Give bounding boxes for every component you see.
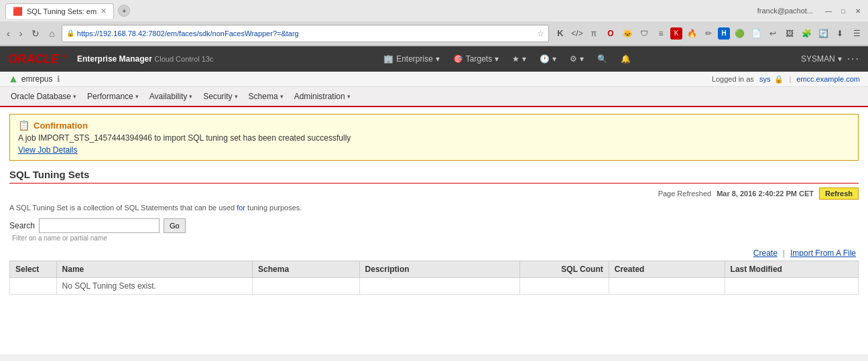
search-input[interactable] — [39, 218, 160, 233]
ext-h-icon[interactable]: H — [718, 27, 730, 40]
toolbar-separator: | — [783, 248, 785, 258]
oracle-database-menu[interactable]: Oracle Database ▾ — [5, 89, 82, 104]
schema-menu[interactable]: Schema ▾ — [243, 89, 289, 104]
import-from-file-button[interactable]: Import From A File — [788, 247, 859, 259]
settings-menu[interactable]: ⚙ ▾ — [564, 52, 589, 66]
availability-menu[interactable]: Availability ▾ — [144, 89, 198, 104]
administration-caret: ▾ — [347, 93, 351, 100]
lock-icon: 🔒 — [66, 29, 74, 37]
alerts-btn[interactable]: 🔔 — [615, 52, 636, 66]
address-bar[interactable]: 🔒 https://192.168.78.42:7802/em/faces/sd… — [62, 25, 549, 42]
ext-pen-icon[interactable]: ✏ — [701, 26, 716, 41]
back-button[interactable]: ‹ — [4, 27, 13, 40]
reload-button[interactable]: ↻ — [29, 27, 42, 40]
confirmation-message: A job IMPORT_STS_1457444394946 to import… — [18, 133, 850, 143]
ext-flame-icon[interactable]: 🔥 — [684, 26, 699, 41]
sql-tuning-sets-table: Select Name Schema Description SQL Count… — [9, 261, 859, 295]
favorites-menu[interactable]: ★ ▾ — [507, 52, 532, 66]
history-menu[interactable]: 🕐 ▾ — [534, 52, 562, 66]
target-info-icon[interactable]: ℹ — [57, 74, 60, 84]
settings-icon: ⚙ — [570, 54, 577, 64]
oracle-logo: ORACLE ® — [8, 52, 66, 66]
ext-img-icon[interactable]: 🖼 — [782, 26, 797, 41]
performance-caret: ▾ — [135, 93, 139, 100]
refresh-button[interactable]: Refresh — [819, 188, 859, 200]
security-label: Security — [203, 92, 232, 101]
ext-dl-icon[interactable]: ⬇ — [832, 26, 847, 41]
search-go-button[interactable]: Go — [164, 218, 186, 233]
schema-label: Schema — [249, 92, 278, 101]
close-button[interactable]: ✕ — [853, 6, 863, 15]
bookmark-star-icon[interactable]: ☆ — [537, 29, 544, 38]
security-menu[interactable]: Security ▾ — [198, 89, 243, 104]
user-account-label: franck@pachot... — [757, 7, 813, 15]
tuning-link[interactable]: for — [237, 204, 245, 212]
browser-chrome: 🟥 SQL Tuning Sets: em ✕ + franck@pachot.… — [0, 0, 868, 46]
search-label: Search — [9, 221, 35, 230]
em-menubar: Oracle Database ▾ Performance ▾ Availabi… — [0, 87, 868, 107]
user-caret: ▾ — [838, 54, 842, 64]
page-refreshed-time: Mar 8, 2016 2:40:22 PM CET — [717, 190, 814, 198]
settings-caret: ▾ — [580, 54, 584, 64]
empty-schema-cell — [253, 278, 360, 295]
ext-stack-icon[interactable]: ≡ — [654, 26, 668, 41]
oracle-database-label: Oracle Database — [11, 92, 71, 101]
tab-title: SQL Tuning Sets: em — [27, 7, 97, 15]
address-text: https://192.168.78.42:7802/em/faces/sdk/… — [77, 29, 537, 38]
oracle-database-caret: ▾ — [73, 93, 76, 100]
table-empty-row: No SQL Tuning Sets exist. — [10, 278, 859, 295]
search-topbar[interactable]: 🔍 — [592, 52, 613, 66]
browser-tab[interactable]: 🟥 SQL Tuning Sets: em ✕ — [5, 3, 114, 19]
ext-refresh2-icon[interactable]: 🔄 — [816, 26, 830, 41]
ext-menu-icon[interactable]: ☰ — [849, 26, 864, 41]
history-caret: ▾ — [552, 54, 556, 64]
ext-cat-icon[interactable]: 🐱 — [620, 26, 635, 41]
create-button[interactable]: Create — [751, 247, 780, 259]
ext-k2-icon[interactable]: K — [670, 27, 682, 40]
favorites-icon: ★ — [512, 54, 519, 64]
ext-pi-icon[interactable]: π — [586, 26, 601, 41]
em-application: ORACLE ® Enterprise Manager Cloud Contro… — [0, 46, 868, 354]
search-hint: Filter on a name or partial name — [12, 234, 859, 242]
more-options-btn[interactable]: ··· — [847, 53, 860, 65]
ext-puzzle2-icon[interactable]: 🧩 — [799, 26, 814, 41]
bell-icon: 🔔 — [621, 54, 631, 64]
maximize-button[interactable]: □ — [839, 6, 848, 15]
user-menu[interactable]: SYSMAN ▾ — [801, 54, 842, 64]
ext-k-icon[interactable]: K — [553, 26, 568, 41]
targets-menu[interactable]: 🎯 Targets ▾ — [448, 52, 504, 66]
ext-puzzle-icon[interactable]: 🟢 — [732, 26, 747, 41]
ext-arrow-icon[interactable]: ↩ — [765, 26, 780, 41]
enterprise-menu[interactable]: 🏢 Enterprise ▾ — [378, 52, 445, 66]
col-header-sqlcount: SQL Count — [519, 261, 609, 278]
enterprise-icon: 🏢 — [383, 54, 393, 64]
security-caret: ▾ — [235, 93, 238, 100]
domain-link[interactable]: emcc.example.com — [796, 75, 860, 83]
empty-lastmod-cell — [725, 278, 858, 295]
ext-page-icon[interactable]: 📄 — [749, 26, 763, 41]
new-tab-button[interactable]: + — [118, 5, 130, 17]
table-header: Select Name Schema Description SQL Count… — [10, 261, 859, 278]
search-row: Search Go — [9, 218, 859, 233]
targets-caret: ▾ — [495, 54, 499, 64]
col-header-lastmodified: Last Modified — [725, 261, 858, 278]
target-name[interactable]: emrepus — [21, 74, 53, 84]
tab-close-icon[interactable]: ✕ — [101, 7, 107, 15]
view-job-details-link[interactable]: View Job Details — [18, 145, 78, 155]
administration-menu[interactable]: Administration ▾ — [289, 89, 356, 104]
col-header-select: Select — [10, 261, 57, 278]
section-desc-text: A SQL Tuning Set is a collection of SQL … — [9, 204, 237, 212]
browser-titlebar: 🟥 SQL Tuning Sets: em ✕ + franck@pachot.… — [0, 0, 868, 21]
home-button[interactable]: ⌂ — [46, 27, 57, 40]
ext-code-icon[interactable]: </> — [570, 26, 584, 41]
empty-select-cell — [10, 278, 57, 295]
table-body: No SQL Tuning Sets exist. — [10, 278, 859, 295]
performance-menu[interactable]: Performance ▾ — [82, 89, 144, 104]
ext-o-icon[interactable]: O — [603, 26, 618, 41]
empty-desc-cell — [359, 278, 519, 295]
minimize-button[interactable]: — — [824, 6, 833, 15]
target-up-arrow: ▲ — [8, 73, 19, 85]
product-sub: Cloud Control 13c — [154, 55, 213, 63]
forward-button[interactable]: › — [17, 27, 25, 40]
ext-shield-icon[interactable]: 🛡 — [637, 26, 652, 41]
